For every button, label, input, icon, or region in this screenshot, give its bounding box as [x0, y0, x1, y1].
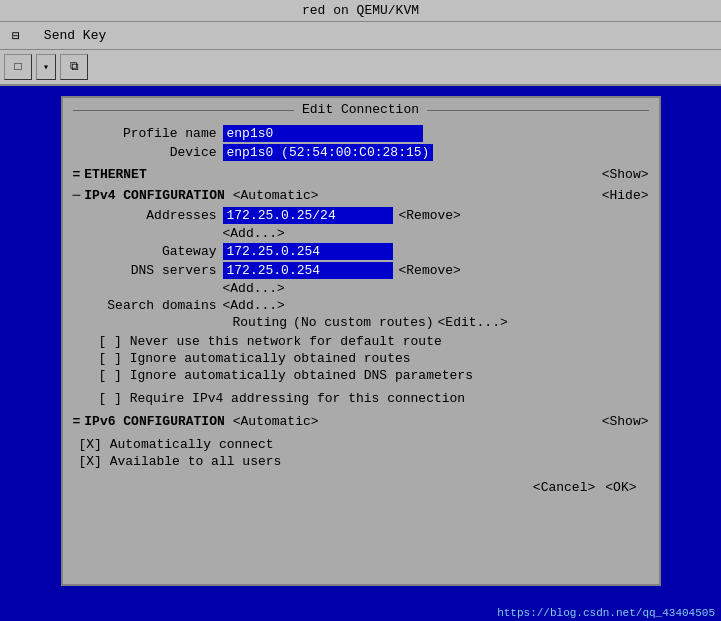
ipv4-label: IPv4 CONFIGURATION — [84, 188, 224, 203]
check2[interactable]: [ ] Ignore automatically obtained routes — [99, 351, 411, 366]
ethernet-show[interactable]: <Show> — [602, 167, 649, 182]
addresses-label: Addresses — [93, 208, 223, 223]
dropdown-button[interactable]: ▾ — [36, 54, 56, 80]
device-row: Device enp1s0 (52:54:00:C0:28:15) — [73, 144, 649, 161]
auto-connect[interactable]: [X] Automatically connect — [79, 437, 274, 452]
cancel-button[interactable]: <Cancel> — [531, 479, 597, 496]
menu-bar: ⊟ Send Key — [0, 22, 721, 50]
routing-label: Routing — [233, 315, 294, 330]
ok-button[interactable]: <OK> — [603, 479, 638, 496]
dns-remove[interactable]: <Remove> — [399, 263, 461, 278]
dropdown-icon: ▾ — [43, 61, 49, 73]
title-bar: red on QEMU/KVM — [0, 0, 721, 22]
dialog-title: Edit Connection — [294, 102, 427, 117]
check4[interactable]: [ ] Require IPv4 addressing for this con… — [99, 391, 466, 406]
check1-row: [ ] Never use this network for default r… — [99, 334, 649, 349]
ipv6-section: = IPv6 CONFIGURATION <Automatic> <Show> — [73, 414, 649, 429]
ethernet-eq: = — [73, 167, 81, 182]
ethernet-header-left: = ETHERNET — [73, 167, 147, 182]
profile-name-value[interactable]: enp1s0 — [223, 125, 423, 142]
auto-connect-row: [X] Automatically connect — [79, 437, 649, 452]
dns-label: DNS servers — [93, 263, 223, 278]
copy-button[interactable]: ⧉ — [60, 54, 88, 80]
ethernet-label: ETHERNET — [84, 167, 146, 182]
ipv4-mode[interactable]: <Automatic> — [233, 188, 319, 203]
window-title: red on QEMU/KVM — [302, 3, 419, 18]
ipv4-eq: ─ — [73, 188, 81, 203]
ipv4-hide[interactable]: <Hide> — [602, 188, 649, 203]
ipv4-section-header: ─ IPv4 CONFIGURATION <Automatic> <Hide> — [73, 188, 649, 203]
all-users-row: [X] Available to all users — [79, 454, 649, 469]
routing-value: (No custom routes) — [293, 315, 433, 330]
addresses-value[interactable]: 172.25.0.25/24 — [223, 207, 393, 224]
profile-name-label: Profile name — [73, 126, 223, 141]
ipv4-header-left: ─ IPv4 CONFIGURATION <Automatic> — [73, 188, 319, 203]
edit-connection-dialog: Edit Connection Profile name enp1s0 Devi… — [61, 96, 661, 586]
check3-row: [ ] Ignore automatically obtained DNS pa… — [99, 368, 649, 383]
gateway-row: Gateway 172.25.0.254 — [93, 243, 649, 260]
dns-row: DNS servers 172.25.0.254 <Remove> — [93, 262, 649, 279]
routing-row: Routing (No custom routes) <Edit...> — [233, 315, 649, 330]
menu-item-window[interactable]: ⊟ — [4, 26, 28, 46]
ipv6-mode[interactable]: <Automatic> — [233, 414, 319, 429]
all-users[interactable]: [X] Available to all users — [79, 454, 282, 469]
addresses-row: Addresses 172.25.0.25/24 <Remove> — [93, 207, 649, 224]
ipv6-eq: = — [73, 414, 81, 429]
gateway-value[interactable]: 172.25.0.254 — [223, 243, 393, 260]
dns-add-row: <Add...> — [93, 281, 649, 296]
dns-add[interactable]: <Add...> — [223, 281, 285, 296]
gateway-label: Gateway — [93, 244, 223, 259]
ipv6-label: IPv6 CONFIGURATION — [84, 414, 224, 429]
search-row: Search domains <Add...> — [93, 298, 649, 313]
check2-row: [ ] Ignore automatically obtained routes — [99, 351, 649, 366]
dns-value[interactable]: 172.25.0.254 — [223, 262, 393, 279]
check1[interactable]: [ ] Never use this network for default r… — [99, 334, 442, 349]
watermark: https://blog.csdn.net/qq_43404505 — [497, 607, 715, 619]
qemu-area: Edit Connection Profile name enp1s0 Devi… — [0, 86, 721, 621]
ethernet-section: = ETHERNET <Show> — [73, 167, 649, 182]
profile-name-row: Profile name enp1s0 — [73, 125, 649, 142]
screenshot-icon: □ — [14, 60, 21, 74]
check3[interactable]: [ ] Ignore automatically obtained DNS pa… — [99, 368, 473, 383]
toolbar: □ ▾ ⧉ — [0, 50, 721, 86]
screenshot-button[interactable]: □ — [4, 54, 32, 80]
dialog-actions: <Cancel> <OK> — [73, 471, 649, 502]
addresses-add[interactable]: <Add...> — [223, 226, 285, 241]
addresses-add-row: <Add...> — [93, 226, 649, 241]
ipv6-header-left: = IPv6 CONFIGURATION <Automatic> — [73, 414, 319, 429]
search-add[interactable]: <Add...> — [223, 298, 285, 313]
routing-action[interactable]: <Edit...> — [438, 315, 508, 330]
check4-row: [ ] Require IPv4 addressing for this con… — [99, 391, 649, 406]
addresses-remove[interactable]: <Remove> — [399, 208, 461, 223]
copy-icon: ⧉ — [70, 60, 79, 74]
menu-item-sendkey[interactable]: Send Key — [36, 26, 114, 45]
ipv6-show[interactable]: <Show> — [602, 414, 649, 429]
ipv4-content: Addresses 172.25.0.25/24 <Remove> <Add..… — [93, 207, 649, 406]
search-label: Search domains — [93, 298, 223, 313]
device-value[interactable]: enp1s0 (52:54:00:C0:28:15) — [223, 144, 434, 161]
dialog-title-bar: Edit Connection — [63, 98, 659, 121]
dialog-content: Profile name enp1s0 Device enp1s0 (52:54… — [63, 121, 659, 512]
device-label: Device — [73, 145, 223, 160]
